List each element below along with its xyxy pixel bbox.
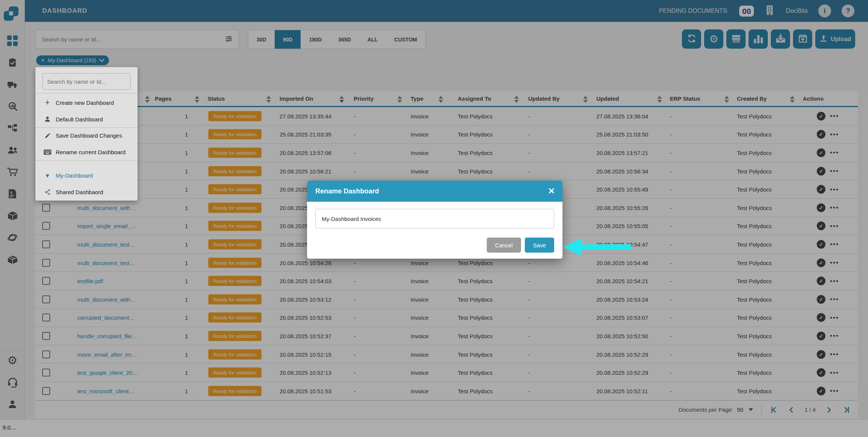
- rename-dashboard-modal: Rename Dashboard ✕ Cancel Save: [307, 181, 562, 259]
- dashboard-name-input[interactable]: [315, 209, 554, 228]
- plus-icon: +: [43, 98, 52, 107]
- funnel-icon: ▼: [43, 172, 52, 179]
- keyboard-icon: [43, 149, 52, 155]
- dashboard-dropdown-menu: + Create new Dashboard Default Dashboard…: [35, 67, 138, 201]
- menu-item-save-dashboard[interactable]: Save Dashboard Changes: [35, 127, 138, 144]
- cancel-button[interactable]: Cancel: [487, 238, 521, 253]
- close-icon[interactable]: ✕: [548, 187, 555, 195]
- dashboard-menu-search: [42, 73, 131, 90]
- annotation-arrow-icon: [564, 238, 631, 258]
- share-icon: [43, 189, 52, 195]
- dashboard-search-input[interactable]: [43, 74, 130, 89]
- person-icon: [43, 116, 52, 123]
- menu-item-shared-dashboard[interactable]: Shared Dashbaord: [35, 184, 138, 200]
- app-version: 9.0....: [3, 424, 17, 431]
- menu-item-my-dashboard[interactable]: ▼ My-Dashboard: [35, 167, 138, 184]
- menu-item-rename-dashboard[interactable]: Rename current Dashboard: [35, 144, 138, 160]
- pencil-icon: [43, 132, 52, 139]
- modal-header: Rename Dashboard ✕: [307, 181, 562, 202]
- modal-title: Rename Dashboard: [315, 187, 379, 195]
- save-button[interactable]: Save: [525, 238, 554, 253]
- menu-item-create-dashboard[interactable]: + Create new Dashboard: [35, 94, 138, 111]
- menu-item-default-dashboard[interactable]: Default Dashboard: [35, 111, 138, 127]
- bottom-strip: 9.0....: [0, 419, 868, 437]
